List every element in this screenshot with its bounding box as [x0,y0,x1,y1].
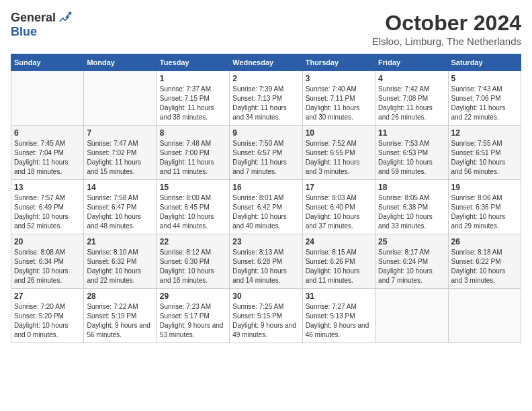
day-number: 12 [451,128,518,138]
day-number: 30 [232,291,299,301]
calendar-cell: 8Sunrise: 7:48 AM Sunset: 7:00 PM Daylig… [157,126,229,180]
day-number: 26 [451,237,518,246]
calendar-cell: 5Sunrise: 7:43 AM Sunset: 7:06 PM Daylig… [448,71,521,126]
day-info: Sunrise: 7:20 AM Sunset: 5:20 PM Dayligh… [14,302,81,340]
day-info: Sunrise: 7:58 AM Sunset: 6:47 PM Dayligh… [87,193,153,231]
calendar-cell: 10Sunrise: 7:52 AM Sunset: 6:55 PM Dayli… [302,126,375,180]
day-number: 8 [160,128,226,138]
calendar-table: SundayMondayTuesdayWednesdayThursdayFrid… [11,54,521,343]
day-info: Sunrise: 7:48 AM Sunset: 7:00 PM Dayligh… [160,139,226,177]
day-info: Sunrise: 7:57 AM Sunset: 6:49 PM Dayligh… [14,193,81,231]
day-info: Sunrise: 8:06 AM Sunset: 6:36 PM Dayligh… [451,193,518,231]
calendar-cell: 19Sunrise: 8:06 AM Sunset: 6:36 PM Dayli… [448,180,521,234]
day-number: 25 [378,237,445,246]
day-number: 14 [87,183,153,192]
calendar-cell: 17Sunrise: 8:03 AM Sunset: 6:40 PM Dayli… [302,180,375,234]
calendar-cell: 7Sunrise: 7:47 AM Sunset: 7:02 PM Daylig… [84,126,157,180]
weekday-header-row: SundayMondayTuesdayWednesdayThursdayFrid… [11,54,521,71]
day-info: Sunrise: 8:12 AM Sunset: 6:30 PM Dayligh… [160,248,226,285]
calendar-cell [375,289,448,343]
calendar-cell: 27Sunrise: 7:20 AM Sunset: 5:20 PM Dayli… [11,289,84,343]
calendar-cell: 15Sunrise: 8:00 AM Sunset: 6:45 PM Dayli… [157,180,229,234]
day-info: Sunrise: 8:10 AM Sunset: 6:32 PM Dayligh… [87,248,153,285]
day-number: 4 [378,74,445,83]
day-number: 18 [378,183,445,192]
weekday-header-monday: Monday [84,54,157,71]
calendar-cell: 9Sunrise: 7:50 AM Sunset: 6:57 PM Daylig… [230,126,302,180]
location-text: Elsloo, Limburg, The Netherlands [372,36,521,47]
day-info: Sunrise: 8:00 AM Sunset: 6:45 PM Dayligh… [160,193,226,231]
day-number: 10 [306,128,372,138]
day-number: 27 [14,291,81,301]
day-info: Sunrise: 8:03 AM Sunset: 6:40 PM Dayligh… [306,193,372,231]
calendar-cell: 4Sunrise: 7:42 AM Sunset: 7:08 PM Daylig… [375,71,448,126]
day-info: Sunrise: 7:25 AM Sunset: 5:15 PM Dayligh… [232,302,299,340]
day-info: Sunrise: 8:17 AM Sunset: 6:24 PM Dayligh… [378,248,445,285]
calendar-cell: 22Sunrise: 8:12 AM Sunset: 6:30 PM Dayli… [157,234,229,289]
calendar-cell: 13Sunrise: 7:57 AM Sunset: 6:49 PM Dayli… [11,180,84,234]
day-number: 2 [232,74,299,83]
day-info: Sunrise: 8:15 AM Sunset: 6:26 PM Dayligh… [306,248,372,285]
calendar-week-row: 20Sunrise: 8:08 AM Sunset: 6:34 PM Dayli… [11,234,521,289]
calendar-week-row: 13Sunrise: 7:57 AM Sunset: 6:49 PM Dayli… [11,180,521,234]
calendar-cell: 11Sunrise: 7:53 AM Sunset: 6:53 PM Dayli… [375,126,448,180]
calendar-cell [84,71,157,126]
day-number: 3 [306,74,372,83]
weekday-header-wednesday: Wednesday [230,54,302,71]
calendar-cell: 3Sunrise: 7:40 AM Sunset: 7:11 PM Daylig… [302,71,375,126]
logo-blue-text: Blue [11,25,37,39]
day-info: Sunrise: 7:45 AM Sunset: 7:04 PM Dayligh… [14,139,81,177]
month-title: October 2024 [372,11,521,36]
calendar-cell: 28Sunrise: 7:22 AM Sunset: 5:19 PM Dayli… [84,289,157,343]
day-number: 9 [232,128,299,138]
day-number: 13 [14,183,81,192]
day-info: Sunrise: 7:43 AM Sunset: 7:06 PM Dayligh… [451,85,518,122]
day-info: Sunrise: 7:55 AM Sunset: 6:51 PM Dayligh… [451,139,518,177]
weekday-header-tuesday: Tuesday [157,54,229,71]
day-info: Sunrise: 8:08 AM Sunset: 6:34 PM Dayligh… [14,248,81,285]
calendar-cell [448,289,521,343]
day-info: Sunrise: 7:42 AM Sunset: 7:08 PM Dayligh… [378,85,445,122]
day-number: 23 [232,237,299,246]
calendar-cell: 6Sunrise: 7:45 AM Sunset: 7:04 PM Daylig… [11,126,84,180]
calendar-cell: 29Sunrise: 7:23 AM Sunset: 5:17 PM Dayli… [157,289,229,343]
day-info: Sunrise: 8:05 AM Sunset: 6:38 PM Dayligh… [378,193,445,231]
calendar-cell [11,71,84,126]
day-number: 5 [451,74,518,83]
calendar-cell: 30Sunrise: 7:25 AM Sunset: 5:15 PM Dayli… [230,289,302,343]
calendar-cell: 12Sunrise: 7:55 AM Sunset: 6:51 PM Dayli… [448,126,521,180]
day-info: Sunrise: 7:39 AM Sunset: 7:13 PM Dayligh… [232,85,299,122]
weekday-header-thursday: Thursday [302,54,375,71]
day-info: Sunrise: 7:27 AM Sunset: 5:13 PM Dayligh… [306,302,372,340]
day-info: Sunrise: 7:53 AM Sunset: 6:53 PM Dayligh… [378,139,445,177]
calendar-cell: 23Sunrise: 8:13 AM Sunset: 6:28 PM Dayli… [230,234,302,289]
day-info: Sunrise: 8:13 AM Sunset: 6:28 PM Dayligh… [232,248,299,285]
day-number: 7 [87,128,153,138]
calendar-week-row: 6Sunrise: 7:45 AM Sunset: 7:04 PM Daylig… [11,126,521,180]
calendar-week-row: 1Sunrise: 7:37 AM Sunset: 7:15 PM Daylig… [11,71,521,126]
day-number: 1 [160,74,226,83]
page-header: General Blue October 2024 Elsloo, Limbur… [11,11,521,47]
day-info: Sunrise: 7:50 AM Sunset: 6:57 PM Dayligh… [232,139,299,177]
day-number: 28 [87,291,153,301]
day-info: Sunrise: 8:01 AM Sunset: 6:42 PM Dayligh… [232,193,299,231]
logo-general-text: General [11,11,56,25]
day-number: 16 [232,183,299,192]
day-number: 29 [160,291,226,301]
day-info: Sunrise: 7:22 AM Sunset: 5:19 PM Dayligh… [87,302,153,340]
day-number: 21 [87,237,153,246]
calendar-cell: 26Sunrise: 8:18 AM Sunset: 6:22 PM Dayli… [448,234,521,289]
logo-bird-icon [58,11,72,25]
day-info: Sunrise: 8:18 AM Sunset: 6:22 PM Dayligh… [451,248,518,285]
day-number: 19 [451,183,518,192]
day-number: 22 [160,237,226,246]
day-info: Sunrise: 7:37 AM Sunset: 7:15 PM Dayligh… [160,85,226,122]
day-number: 6 [14,128,81,138]
calendar-cell: 24Sunrise: 8:15 AM Sunset: 6:26 PM Dayli… [302,234,375,289]
weekday-header-saturday: Saturday [448,54,521,71]
logo: General Blue [11,11,72,39]
day-number: 15 [160,183,226,192]
calendar-cell: 31Sunrise: 7:27 AM Sunset: 5:13 PM Dayli… [302,289,375,343]
calendar-cell: 16Sunrise: 8:01 AM Sunset: 6:42 PM Dayli… [230,180,302,234]
day-number: 20 [14,237,81,246]
